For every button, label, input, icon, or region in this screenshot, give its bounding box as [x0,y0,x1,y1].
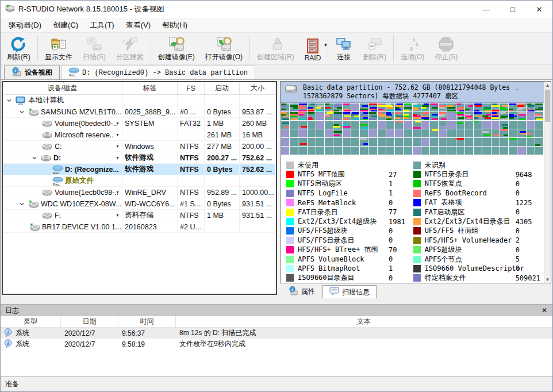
scroll-up-icon[interactable]: ▲ [546,82,550,89]
scan-block-stripe [468,105,474,107]
tab-scan-result[interactable]: Rec.D: (Recognized0) -> Basic data parti… [61,66,255,79]
partition-header-text: Basic data partition - 752.62 GB (808121… [303,83,540,101]
scroll-down-icon[interactable]: ▼ [546,276,550,283]
label-cell: 软件游戏 [122,152,178,163]
boot-cell: 952.89 ... [205,187,240,198]
legend-label: NTFS目录条目 [425,170,516,179]
boot-cell: 0 Bytes [205,164,240,175]
log-column-header-1[interactable]: 类型 [1,316,61,327]
scan-block-stripe [298,118,306,120]
column-header-5[interactable]: 大小 [240,82,276,94]
table-row[interactable]: Microsoft reserve..▼261 MB16 MB [3,129,276,141]
log-column-header-3[interactable]: 时间 [118,316,176,327]
table-row[interactable]: D:▼软件游戏NTFS200.27 ...752.62 ... [3,152,276,164]
legend-swatch [413,265,421,272]
log-date-cell: 2020/12/7 [61,340,118,348]
volume-dropdown-icon[interactable]: ▼ [116,190,120,194]
scan-panel-scrollbar[interactable]: ▲ ▼ [544,82,551,283]
legend-count: 9648 [516,171,532,179]
scan-block [474,138,482,146]
open-image-button[interactable]: 打开镜像(O) [200,33,248,63]
legend-label: 特定档案文件 [425,273,516,283]
label-cell: Windows [122,141,178,152]
right-column: Basic data partition - 752.62 GB (808121… [280,81,551,304]
legend-swatch [413,274,421,282]
legend-count: 0 [516,227,520,235]
scan-block-stripe [363,112,368,114]
scan-block-stripe [500,109,508,110]
log-column-header-4[interactable]: 文本 [176,316,552,327]
minimize-button[interactable]: — [473,1,500,18]
table-row[interactable]: 本地计算机 [3,95,276,106]
table-row[interactable]: Volume{0bedecf0-..▼SYSTEMFAT321 MB260 MB [3,118,276,129]
table-row[interactable]: F:▼资料存储NTFS1 MB931.51 ... [3,210,276,221]
size-cell: 752.62 ... [240,152,276,163]
create-image-button[interactable]: 创建镜像(E) [153,33,200,63]
table-row[interactable]: Rec.D: (Recognize...软件游戏NTFS0 Bytes752.6… [3,164,276,175]
table-row[interactable]: BR17 DEVICE V1.00 1....20160823#2 U... [3,221,276,233]
device-name: SAMSUNG MZVLB1T0... [41,108,121,116]
refresh-button[interactable]: 刷新(R) [2,33,36,63]
scan-block [413,138,421,146]
dropdown-arrow-icon[interactable]: ▼ [323,43,328,48]
menu-item-3[interactable]: 工具(T) [84,18,120,33]
raid-button[interactable]: RAID▼ [299,33,327,63]
fs-cell: FAT32 [178,118,205,129]
log-row[interactable]: i系统2020/12/79:56:378m 12s 的 D: 扫描已完成 [1,328,552,339]
menu-bar: 驱动器(D)创建(C)工具(T)查看(V)帮助(H) [1,18,552,33]
legend-label: Ext2/Ext3/Ext4目录条目 [425,217,516,226]
volume-dropdown-icon[interactable]: ▼ [116,213,120,217]
table-row[interactable]: WDC WD10EZEX-08W...WD-WCC6Y6...#1 S...0 … [3,198,276,210]
table-row[interactable]: Volume{1ecb0c98-..▼WinRE_DRVNTFS952.89 .… [3,187,276,198]
scan-block [491,129,500,137]
column-header-3[interactable]: FS [178,82,205,94]
scrollbar-thumb[interactable] [545,90,550,122]
chevron-down-icon[interactable] [6,98,16,103]
delete-icon [366,35,383,52]
show-files-button[interactable]: 显示文件 [40,33,78,63]
menu-item-2[interactable]: 创建(C) [47,18,84,33]
scan-block-stripe [308,110,314,112]
chevron-down-icon[interactable] [32,155,41,161]
scan-block [527,138,535,146]
log-row[interactable]: i系统2020/12/79:58:19文件枚举在9秒内完成 [1,339,552,349]
menu-item-4[interactable]: 查看(V) [120,18,156,33]
tab-scan-info[interactable]: 扫描信息 [322,285,377,298]
scan-block [430,129,438,137]
boot-cell [205,175,240,186]
scan-block [333,138,341,146]
volume-dropdown-icon[interactable]: ▼ [116,121,120,125]
table-row[interactable]: C:▼WindowsNTFS277 MB200.00 ... [3,141,276,152]
close-button[interactable]: ✕ [526,1,552,18]
scan-block [298,121,306,129]
table-row[interactable]: SAMSUNG MZVLB1T0...0025_388B_9...#0 ...0… [3,106,276,118]
column-header-2[interactable]: 标签 [122,82,178,94]
tab-device-view[interactable]: i设备视图 [4,66,60,79]
column-header-4[interactable]: 启动 [205,82,240,94]
tab-label: 扫描信息 [342,287,370,297]
scan-block [290,129,298,137]
chevron-down-icon[interactable] [19,201,28,207]
connect-button[interactable]: 连接 [330,33,358,63]
log-column-header-2[interactable]: 日期 [61,316,118,327]
scan-block-stripe [386,103,391,105]
log-close-icon[interactable]: ✕ [540,306,549,314]
menu-item-1[interactable]: 驱动器(D) [3,18,47,33]
scan-block [395,147,403,155]
scan-block [308,138,316,146]
table-row[interactable]: Rec.原始文件 [3,175,276,187]
scan-block-stripe [344,116,351,117]
legend-count: 1 [389,189,393,197]
scan-block [308,121,316,129]
maximize-button[interactable]: □ [500,1,526,18]
volume-dropdown-icon[interactable]: ▼ [116,144,120,148]
scan-block [517,121,525,129]
menu-item-5[interactable]: 帮助(H) [156,18,193,33]
volume-dropdown-icon[interactable]: ▼ [116,133,120,137]
legend-label: UFS/FFS 柱面组 [425,226,516,236]
tab-properties[interactable]: i属性 [282,285,321,298]
scan-block-stripe [337,107,342,109]
chevron-down-icon[interactable] [19,109,28,115]
volume-dropdown-icon[interactable]: ▼ [116,156,120,160]
scan-block-stripe [441,110,447,112]
